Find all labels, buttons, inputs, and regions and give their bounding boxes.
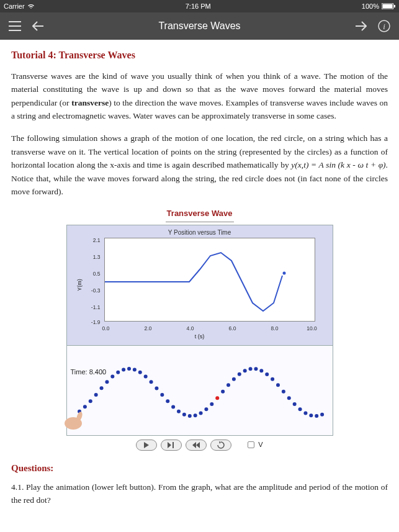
svg-point-36 — [243, 369, 246, 372]
ytick: 0.5 — [82, 270, 101, 279]
back-icon[interactable] — [32, 21, 43, 31]
info-icon[interactable]: i — [378, 20, 390, 32]
menu-icon[interactable] — [9, 21, 21, 31]
play-button[interactable] — [136, 440, 157, 451]
checkbox-v[interactable] — [248, 441, 254, 448]
xtick: 8.0 — [266, 325, 284, 333]
svg-point-8 — [88, 399, 92, 403]
ytick: -1.1 — [82, 304, 101, 312]
xtick: 10.0 — [303, 325, 321, 333]
svg-point-49 — [315, 414, 318, 418]
xtick: 4.0 — [181, 325, 200, 333]
battery-icon — [382, 3, 395, 9]
svg-point-13 — [116, 370, 120, 374]
svg-point-40 — [265, 372, 269, 376]
svg-point-37 — [248, 367, 252, 371]
svg-rect-2 — [394, 5, 395, 7]
svg-point-33 — [226, 383, 230, 387]
chart-plot-area — [104, 238, 315, 322]
rewind-button[interactable] — [186, 440, 207, 451]
xtick: 6.0 — [223, 325, 242, 333]
svg-point-18 — [143, 374, 147, 378]
svg-point-34 — [231, 377, 235, 381]
wifi-icon — [27, 4, 35, 9]
carrier-label: Carrier — [4, 2, 25, 10]
svg-point-46 — [298, 407, 302, 411]
page-title: Transverse Waves — [158, 20, 240, 32]
svg-point-9 — [94, 393, 97, 397]
nav-bar: Transverse Waves i — [0, 12, 399, 40]
svg-point-11 — [105, 380, 109, 384]
simulation-title: Transverse Wave — [167, 207, 233, 220]
questions-heading: Questions: — [11, 461, 388, 476]
x-axis-label: t (s) — [67, 332, 333, 341]
hand-icon — [62, 408, 87, 433]
svg-point-32 — [221, 389, 225, 393]
chart-title: Y Position versus Time — [67, 228, 333, 238]
svg-point-12 — [110, 374, 114, 378]
question-1: 4.1. Play the animation (lower left butt… — [11, 480, 388, 507]
svg-point-26 — [187, 414, 191, 418]
paragraph-2: The following simulation shows a graph o… — [11, 132, 388, 199]
content-area: Tutorial 4: Transverse Waves Transverse … — [0, 40, 399, 523]
svg-point-31 — [215, 396, 219, 400]
svg-rect-1 — [382, 4, 392, 9]
animation-panel[interactable]: Time: 8.400 — [66, 346, 333, 436]
svg-point-17 — [138, 371, 141, 374]
ytick: -0.3 — [82, 287, 101, 295]
v-label: V — [258, 440, 262, 451]
svg-point-47 — [303, 411, 307, 415]
svg-point-38 — [254, 367, 258, 371]
svg-point-24 — [177, 409, 181, 413]
playback-controls: V — [136, 440, 262, 451]
status-bar: Carrier 7:16 PM 100% — [0, 0, 399, 12]
divider — [166, 222, 234, 222]
svg-point-48 — [309, 413, 313, 417]
clock: 7:16 PM — [186, 2, 211, 10]
svg-point-28 — [199, 411, 202, 415]
battery-label: 100% — [362, 2, 379, 10]
paragraph-1: Transverse waves are the kind of wave yo… — [11, 70, 388, 123]
svg-point-45 — [292, 402, 296, 406]
svg-point-43 — [281, 389, 285, 393]
svg-point-15 — [127, 367, 131, 371]
string-wave — [67, 346, 334, 436]
svg-point-19 — [149, 380, 153, 384]
svg-point-30 — [210, 402, 213, 406]
svg-point-27 — [193, 413, 197, 417]
xtick: 2.0 — [139, 325, 158, 333]
svg-point-10 — [99, 386, 103, 390]
time-display: Time: 8.400 — [71, 367, 107, 378]
svg-point-21 — [160, 393, 164, 397]
xtick: 0.0 — [97, 325, 115, 333]
forward-icon[interactable] — [356, 21, 367, 31]
svg-text:i: i — [383, 22, 385, 31]
svg-point-25 — [182, 412, 186, 416]
svg-point-20 — [155, 386, 158, 390]
ytick: 2.1 — [82, 237, 101, 245]
reset-button[interactable] — [210, 440, 231, 451]
chart-panel: Y Position versus Time Y(m) 2.1 1.3 0.5 … — [66, 225, 333, 346]
svg-point-22 — [166, 399, 169, 403]
svg-point-5 — [282, 271, 285, 274]
svg-point-50 — [320, 412, 324, 416]
svg-point-42 — [276, 383, 280, 387]
svg-point-39 — [259, 369, 263, 372]
svg-point-23 — [171, 405, 175, 408]
ytick: 1.3 — [82, 253, 101, 262]
svg-point-35 — [237, 372, 241, 376]
svg-point-44 — [287, 396, 290, 400]
simulation-container: Transverse Wave Y Position versus Time Y… — [11, 207, 388, 451]
svg-point-14 — [122, 367, 125, 371]
step-button[interactable] — [161, 440, 182, 451]
svg-point-41 — [271, 377, 274, 381]
svg-point-29 — [204, 407, 208, 411]
tutorial-heading: Tutorial 4: Transverse Waves — [11, 47, 388, 63]
svg-point-16 — [132, 367, 136, 371]
